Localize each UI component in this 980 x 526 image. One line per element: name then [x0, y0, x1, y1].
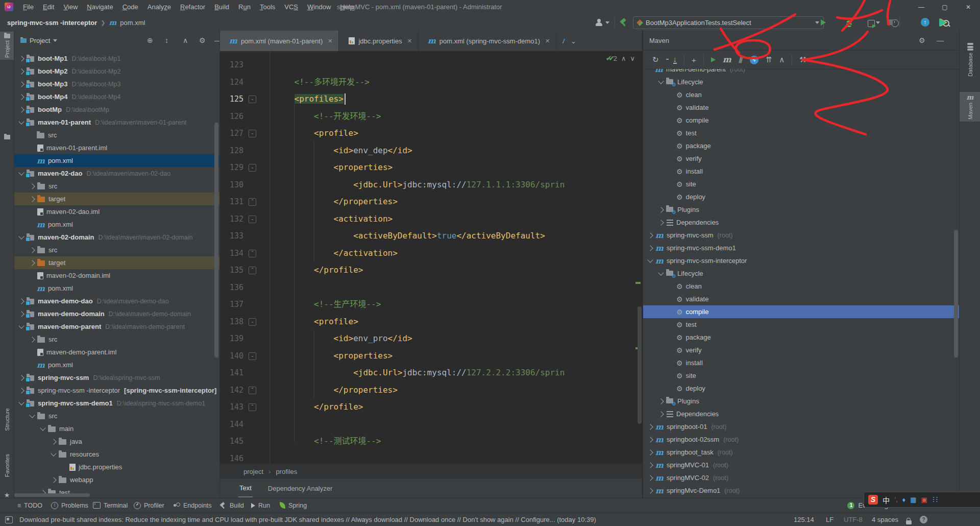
project-tree-row[interactable]: spring-mvc-ssmD:\idea\spring-mvc-ssm [14, 371, 219, 384]
project-tree-row[interactable]: src [14, 244, 219, 256]
tool-button-todo[interactable]: ≡TODO [17, 498, 42, 512]
chevron-right-icon[interactable] [647, 449, 653, 455]
fold-region-start-icon[interactable]: ⌄ [249, 164, 256, 172]
analyze-dependencies-icon[interactable]: ⫼ [739, 55, 743, 64]
maven-tree-row[interactable]: mspringboot_task(root) [643, 446, 959, 459]
chevron-right-icon[interactable] [29, 183, 35, 189]
menu-item-vcs[interactable]: VCS [280, 0, 303, 14]
user-widget[interactable] [595, 14, 609, 31]
breadcrumb-file[interactable]: pom.xml [120, 19, 145, 27]
tool-button-problems[interactable]: !Problems [51, 498, 88, 512]
project-tree-row[interactable]: target [14, 256, 219, 269]
close-button[interactable]: ✕ [957, 0, 980, 14]
chevron-down-icon[interactable] [18, 170, 24, 175]
project-tree-row[interactable]: boot-Mp3D:\idea\boot-Mp3 [14, 78, 219, 90]
project-tree-row[interactable]: boot-Mp1D:\idea\boot-Mp1 [14, 52, 219, 65]
ime-punct-icon[interactable]: ’, [894, 496, 898, 504]
chevron-right-icon[interactable] [658, 220, 664, 225]
hide-panel-icon[interactable]: — [937, 36, 944, 44]
breadcrumb-project[interactable]: project [243, 468, 263, 475]
chevron-right-icon[interactable] [647, 232, 653, 238]
maven-settings-icon[interactable]: ⚒ [799, 55, 806, 64]
tool-button-endpoints[interactable]: Endpoints [174, 498, 212, 512]
editor-tab[interactable]: mpom.xml (spring-mvc-ssm-demo1)✕ [419, 31, 556, 51]
project-tree-row[interactable]: main [14, 422, 219, 435]
maven-tree-row[interactable]: ⚙compile [643, 305, 959, 318]
execute-maven-goal-icon[interactable]: m [723, 56, 731, 64]
project-tree-row[interactable]: mpom.xml [14, 154, 219, 167]
project-tree-row[interactable]: src [14, 180, 219, 193]
line-number[interactable]: 142 [220, 381, 243, 399]
project-tree-row[interactable]: spring-mvc-ssm-demo1D:\idea\spring-mvc-s… [14, 397, 219, 410]
chevron-down-icon[interactable] [18, 323, 24, 328]
code-line[interactable]: 133 <activeByDefault>true</activeByDefau… [220, 227, 642, 245]
maven-tree-row[interactable]: mmaven-demo-parent(root) [643, 69, 959, 76]
tool-button-spring[interactable]: Spring [280, 498, 307, 512]
project-tree-row[interactable]: src [14, 333, 219, 346]
line-number[interactable]: 134 [220, 245, 243, 262]
stripe-folder-icon[interactable] [0, 133, 14, 141]
tool-window-switcher-icon[interactable] [5, 516, 13, 523]
maven-tree-row[interactable]: Dependencies [643, 216, 959, 229]
maven-tree-row[interactable]: ⚙test [643, 318, 959, 331]
maven-tree-row[interactable]: ⚙package [643, 331, 959, 344]
code-line[interactable]: 139 <id>env_pro</id> [220, 330, 642, 347]
maven-tree-row[interactable]: ⚙deploy [643, 382, 959, 395]
line-number[interactable]: 135 [220, 261, 243, 279]
code-line[interactable]: 125⌄ <profiles> [220, 90, 642, 108]
menu-item-view[interactable]: View [59, 0, 82, 14]
fold-region-end-icon[interactable]: ⌃ [249, 403, 256, 411]
line-number[interactable]: 139 [220, 330, 243, 347]
breadcrumb-module[interactable]: spring-mvc-ssm -interceptor [7, 19, 97, 27]
project-horizontal-scrollbar[interactable] [14, 493, 90, 497]
maven-tree-row[interactable]: ⚙verify [643, 344, 959, 356]
menu-item-build[interactable]: Build [210, 0, 234, 14]
project-tree-row[interactable]: maven-02-daoD:\idea\maven\maven-02-dao [14, 167, 219, 180]
plugin-logo-icon[interactable] [939, 18, 946, 27]
chevron-right-icon[interactable] [647, 245, 653, 251]
hide-panel-icon[interactable]: — [214, 36, 220, 44]
maven-tree-row[interactable]: ⚙validate [643, 101, 959, 114]
line-number[interactable]: 123 [220, 56, 243, 74]
project-tree-row[interactable]: maven-02-dao.iml [14, 205, 219, 218]
run-with-coverage-button[interactable] [868, 20, 875, 27]
line-number[interactable]: 127 [220, 125, 243, 142]
project-tree-row[interactable]: maven-02-domainD:\idea\maven\maven-02-do… [14, 231, 219, 244]
code-line[interactable]: 140⌄ <properties> [220, 347, 642, 365]
project-tree-row[interactable]: boot-Mp2D:\idea\boot-Mp2 [14, 65, 219, 78]
chevron-down-icon[interactable] [18, 233, 24, 239]
maven-tree-row[interactable]: mspring-mvc-ssm-interceptor [643, 254, 959, 267]
code-line[interactable]: 144 [220, 416, 642, 433]
chevron-right-icon[interactable] [51, 439, 56, 444]
chevron-right-icon[interactable] [658, 207, 664, 212]
code-line[interactable]: 131⌃ </properties> [220, 193, 642, 210]
maven-tree-row[interactable]: ⚙install [643, 356, 959, 369]
project-tree-row[interactable]: java [14, 435, 219, 448]
project-tree-row[interactable]: src [14, 410, 219, 422]
close-tab-icon[interactable]: ✕ [328, 38, 332, 44]
project-vertical-scrollbar[interactable] [214, 123, 218, 357]
project-tree-row[interactable]: jdbc.properties [14, 461, 219, 473]
maximize-button[interactable]: ▢ [933, 0, 957, 14]
chevron-right-icon[interactable] [18, 94, 24, 100]
encoding-widget[interactable]: UTF-8 [844, 513, 863, 526]
project-tree-row[interactable]: maven-02-domain.iml [14, 269, 219, 282]
chevron-right-icon[interactable] [29, 247, 35, 253]
line-number[interactable]: 140 [220, 347, 243, 365]
project-tree-row[interactable]: maven-01-parentD:\idea\maven\maven-01-pa… [14, 116, 219, 129]
project-tree-row[interactable]: maven-demo-daoD:\idea\maven-demo-dao [14, 295, 219, 307]
tool-button-maven[interactable]: m Maven [960, 92, 980, 122]
chevron-down-icon[interactable] [658, 78, 664, 84]
collapse-all-icon[interactable]: ∧ [183, 36, 188, 44]
ime-grid-icon[interactable]: ᎒᎒ [932, 496, 939, 504]
code-line[interactable]: 134⌃ </activation> [220, 245, 642, 262]
collapse-all-icon[interactable]: ∧ [779, 55, 785, 64]
ime-mic-icon[interactable]: ♦ [902, 496, 906, 504]
code-line[interactable]: 135⌃ </profile> [220, 261, 642, 279]
code-line[interactable]: 126 <!--开发环境--> [220, 108, 642, 125]
run-button[interactable] [821, 19, 826, 26]
locate-file-icon[interactable]: ⊕ [147, 36, 153, 44]
run-maven-build-icon[interactable] [711, 57, 716, 62]
fold-region-end-icon[interactable]: ⌃ [249, 387, 256, 394]
profiler-chevron-icon[interactable] [876, 21, 880, 24]
